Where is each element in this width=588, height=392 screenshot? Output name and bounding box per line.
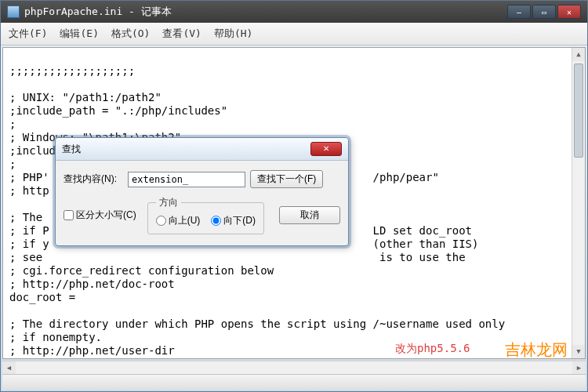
find-dialog: 查找 ✕ 查找内容(N): 查找下一个(F) 区分大小写(C) 方向 向上(U) [55, 137, 349, 246]
direction-up[interactable]: 向上(U) [156, 214, 201, 227]
menu-help[interactable]: 帮助(H) [209, 25, 257, 42]
direction-up-label: 向上(U) [169, 214, 201, 227]
scroll-left-icon[interactable]: ◀ [2, 361, 16, 374]
dialog-titlebar: 查找 ✕ [56, 138, 348, 161]
horizontal-scrollbar[interactable]: ◀ ▶ [2, 361, 586, 374]
watermark: 吉林龙网 [505, 343, 568, 357]
editor-line: ; PHP' [9, 171, 49, 183]
editor-line: ; if nonempty. [9, 331, 102, 343]
editor-line: (other than IIS) [373, 238, 479, 250]
editor-line: ; see [9, 251, 42, 263]
titlebar: phpForApache.ini - 记事本 — ▭ ✕ [1, 1, 587, 23]
editor-line: ; The [9, 211, 42, 223]
scroll-right-icon[interactable]: ▶ [572, 361, 586, 374]
direction-down-radio[interactable] [211, 216, 221, 226]
notepad-icon [7, 5, 20, 18]
editor-line: ;include_path = ".:/php/includes" [9, 104, 227, 117]
menu-file[interactable]: 文件(F) [4, 25, 52, 42]
menubar: 文件(F) 编辑(E) 格式(O) 查看(V) 帮助(H) [1, 23, 587, 45]
menu-edit[interactable]: 编辑(E) [55, 25, 103, 42]
match-case-label: 区分大小写(C) [76, 209, 136, 222]
cancel-button[interactable]: 取消 [279, 206, 340, 224]
editor-line: ; The directory under which PHP opens th… [9, 318, 505, 330]
dialog-close-button[interactable]: ✕ [310, 142, 342, 156]
find-input[interactable] [128, 172, 245, 187]
dialog-title: 查找 [62, 143, 81, 156]
direction-up-radio[interactable] [156, 216, 166, 226]
direction-legend: 方向 [156, 196, 181, 209]
window-title: phpForApache.ini - 记事本 [24, 5, 172, 19]
editor-line: ; http [9, 184, 49, 197]
editor-line: ; http://php.net/doc-root [9, 278, 175, 290]
editor-line: /php/pear" [373, 171, 439, 183]
direction-down-label: 向下(D) [223, 214, 256, 227]
direction-group: 方向 向上(U) 向下(D) [147, 196, 264, 234]
editor-line: ; if P [9, 224, 49, 237]
minimize-button[interactable]: — [507, 5, 531, 19]
menu-view[interactable]: 查看(V) [158, 25, 205, 42]
menu-format[interactable]: 格式(O) [107, 25, 154, 42]
maximize-button[interactable]: ▭ [532, 5, 556, 19]
editor-line: user_dir = [9, 358, 75, 359]
editor-line: ; http://php.net/user-dir [9, 344, 175, 357]
scroll-up-icon[interactable]: ▲ [572, 48, 585, 61]
editor-line: ; UNIX: "/path1:/path2" [9, 91, 162, 103]
editor-line: LD set doc_root [373, 224, 472, 237]
editor-line: ; if y [9, 238, 49, 250]
direction-down[interactable]: 向下(D) [211, 214, 256, 227]
editor-line: ; [9, 118, 16, 130]
find-next-button[interactable]: 查找下一个(F) [250, 170, 323, 188]
scroll-down-icon[interactable]: ▼ [572, 345, 585, 358]
match-case-input[interactable] [64, 210, 74, 220]
editor-line: ; [9, 158, 16, 170]
red-annotation: 改为php5.5.6 [395, 342, 470, 355]
close-button[interactable]: ✕ [557, 5, 581, 19]
editor-line: is to use the [373, 251, 466, 263]
editor-line: ;;;;;;;;;;;;;;;;;;; [9, 64, 135, 77]
vertical-scrollbar[interactable]: ▲ ▼ [572, 48, 585, 358]
statusbar [2, 374, 586, 390]
editor-line: doc_root = [9, 291, 75, 303]
editor-line: ; cgi.force_redirect configuration below [9, 264, 274, 277]
find-content-label: 查找内容(N): [64, 172, 123, 186]
scroll-thumb[interactable] [574, 64, 583, 158]
match-case-checkbox[interactable]: 区分大小写(C) [64, 209, 136, 222]
